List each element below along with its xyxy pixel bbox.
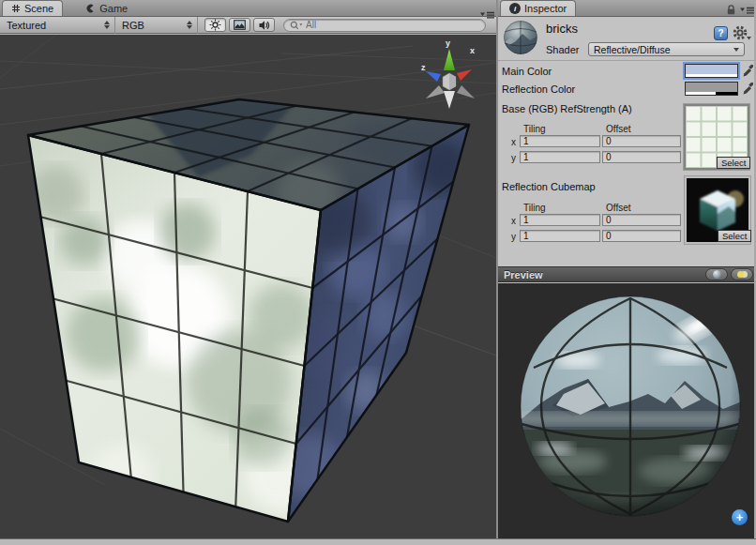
pane-menu-icon: [740, 7, 754, 15]
reflection-color-eyedropper[interactable]: [742, 81, 753, 98]
scene-tabstrip: Scene Game: [0, 0, 496, 17]
base-offset-x-input[interactable]: [602, 135, 681, 147]
preview-lighting-button[interactable]: [731, 268, 753, 280]
cube-object[interactable]: [28, 99, 469, 522]
base-tiling-y-input[interactable]: [520, 151, 600, 163]
cubemap-tiling-x-input[interactable]: [520, 214, 600, 226]
gizmo-back-axis-cone[interactable]: [426, 85, 445, 98]
scene-skybox-toggle[interactable]: [229, 18, 250, 32]
updown-arrows-icon: [104, 21, 110, 29]
cubemap-select-button[interactable]: Select: [718, 230, 751, 242]
add-button[interactable]: +: [732, 509, 748, 525]
scene-grid-icon: [11, 4, 21, 13]
main-color-eyedropper[interactable]: [742, 63, 753, 80]
scene-lighting-toggle[interactable]: [204, 18, 226, 32]
eyedropper-icon: [742, 81, 753, 96]
shader-label: Shader: [546, 44, 579, 55]
eyedropper-icon: [742, 63, 753, 78]
base-tiling-x-input[interactable]: [520, 135, 600, 147]
tab-scene[interactable]: Scene: [2, 0, 63, 16]
gizmo-y-label: y: [446, 38, 450, 48]
tiling-header: Tiling: [523, 203, 546, 213]
preview-mesh-button[interactable]: [705, 268, 728, 280]
base-offset-y-input[interactable]: [602, 151, 681, 163]
search-input[interactable]: [306, 20, 456, 30]
tab-inspector[interactable]: i Inspector: [500, 0, 576, 16]
unity-editor-window: Scene Game Textured RGB: [0, 0, 756, 545]
material-preview-area[interactable]: [498, 283, 756, 539]
search-icon: [290, 21, 303, 30]
divider: [498, 60, 756, 61]
gizmo-x-label: x: [470, 46, 475, 55]
tab-inspector-label: Inspector: [524, 3, 567, 14]
base-texture-label: Base (RGB) RefStrength (A): [502, 103, 632, 114]
lock-icon: [726, 4, 736, 15]
image-icon: [234, 20, 246, 30]
main-color-swatch[interactable]: [685, 64, 738, 78]
tab-scene-label: Scene: [24, 3, 53, 14]
axis-x-label: x: [511, 137, 516, 147]
color-mode-dropdown[interactable]: RGB: [115, 17, 198, 34]
scene-toolbar: Textured RGB: [0, 17, 496, 34]
reflection-cubemap-label: Reflection Cubemap: [502, 181, 596, 192]
sphere-icon: [713, 270, 721, 279]
help-button[interactable]: ?: [714, 26, 728, 40]
draw-mode-value: Textured: [7, 20, 46, 31]
base-texture-select-button[interactable]: Select: [717, 157, 750, 169]
scene-canvas[interactable]: y x z: [0, 35, 496, 538]
gizmo-center-cube-shade: [449, 73, 456, 90]
tab-game[interactable]: Game: [76, 0, 136, 16]
alpha-bar: [686, 92, 737, 95]
axis-x-label: x: [511, 216, 516, 226]
reflection-color-swatch[interactable]: [685, 82, 738, 96]
material-preview-ball: [503, 20, 538, 55]
inspector-lock-button[interactable]: [726, 4, 736, 17]
offset-header: Offset: [606, 124, 631, 134]
speaker-icon: [258, 20, 270, 31]
scene-search-field[interactable]: [283, 19, 486, 32]
updown-arrows-icon: [187, 21, 192, 29]
shader-dropdown[interactable]: Reflective/Diffuse: [588, 42, 745, 56]
inspector-pane-menu[interactable]: [740, 7, 754, 15]
alpha-bar: [686, 74, 737, 77]
reflection-color-label: Reflection Color: [502, 83, 575, 95]
axis-y-label: y: [511, 232, 516, 242]
preview-title: Preview: [504, 269, 543, 280]
scene-pane-menu[interactable]: [480, 11, 494, 20]
gizmo-x-axis-cone[interactable]: [457, 69, 472, 81]
material-inspector: bricks Shader Reflective/Diffuse ? Main …: [498, 17, 756, 266]
tab-game-label: Game: [99, 3, 128, 14]
material-options-button[interactable]: [733, 25, 751, 43]
pane-menu-icon: [480, 11, 494, 20]
material-name: bricks: [546, 22, 578, 36]
sun-icon: [209, 19, 221, 31]
preview-header[interactable]: Preview: [498, 266, 756, 282]
light-dot-icon: [737, 271, 744, 278]
cubemap-offset-y-input[interactable]: [602, 230, 681, 242]
scene-audio-toggle[interactable]: [253, 18, 275, 32]
cubemap-offset-x-input[interactable]: [602, 214, 681, 226]
preview-sphere: [498, 283, 756, 539]
gizmo-z-label: z: [421, 63, 426, 72]
main-color-label: Main Color: [502, 66, 552, 77]
offset-header: Offset: [606, 203, 631, 213]
inspector-tabstrip: i Inspector: [498, 0, 756, 17]
chevron-down-icon: [733, 48, 739, 52]
tiling-header: Tiling: [523, 124, 546, 134]
color-mode-value: RGB: [122, 20, 144, 31]
shader-value: Reflective/Diffuse: [594, 44, 671, 55]
window-edge: [0, 538, 756, 545]
axis-y-label: y: [511, 153, 516, 163]
game-pacman-icon: [84, 3, 96, 14]
scene-viewport[interactable]: y x z: [0, 35, 496, 538]
info-icon: i: [509, 3, 521, 14]
inspector-panel: i Inspector: [498, 0, 756, 539]
gear-icon: [733, 25, 751, 41]
gizmo-back-axis-cone[interactable]: [457, 85, 475, 98]
view-orientation-gizmo[interactable]: y x z: [421, 38, 475, 109]
draw-mode-dropdown[interactable]: Textured: [0, 17, 115, 34]
cubemap-tiling-y-input[interactable]: [520, 230, 600, 242]
